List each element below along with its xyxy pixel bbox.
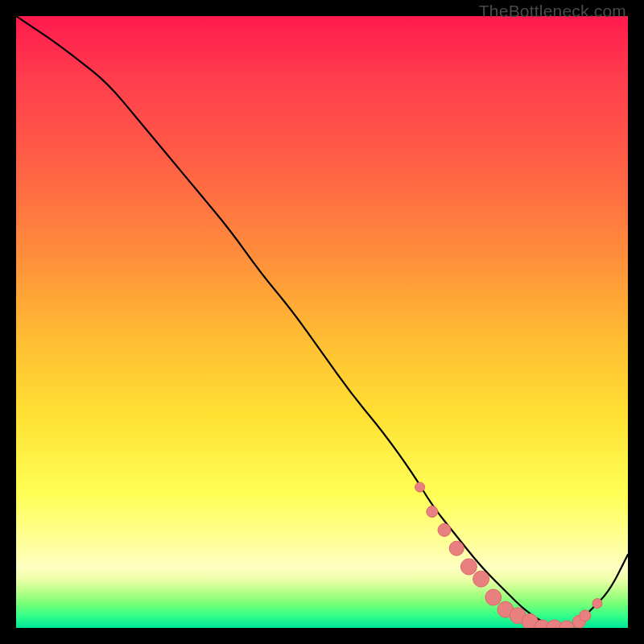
chart-svg: [16, 16, 628, 628]
optimal-zone-marker: [460, 559, 477, 575]
watermark-text: TheBottleneck.com: [479, 2, 626, 21]
optimal-zone-marker: [473, 571, 489, 587]
plot-area: [16, 16, 628, 628]
optimal-zone-marker: [485, 589, 502, 605]
optimal-zone-marker: [438, 523, 451, 536]
optimal-zone-marker: [449, 541, 464, 555]
optimal-zone-marker: [580, 610, 591, 621]
optimal-zone-marker: [559, 621, 574, 628]
optimal-zone-marker: [415, 482, 425, 492]
optimal-zone-marker: [592, 599, 602, 609]
optimal-zone-marker: [427, 506, 438, 518]
chart-frame: TheBottleneck.com: [0, 0, 644, 644]
optimal-zone-markers: [415, 482, 602, 628]
bottleneck-curve: [16, 16, 628, 628]
